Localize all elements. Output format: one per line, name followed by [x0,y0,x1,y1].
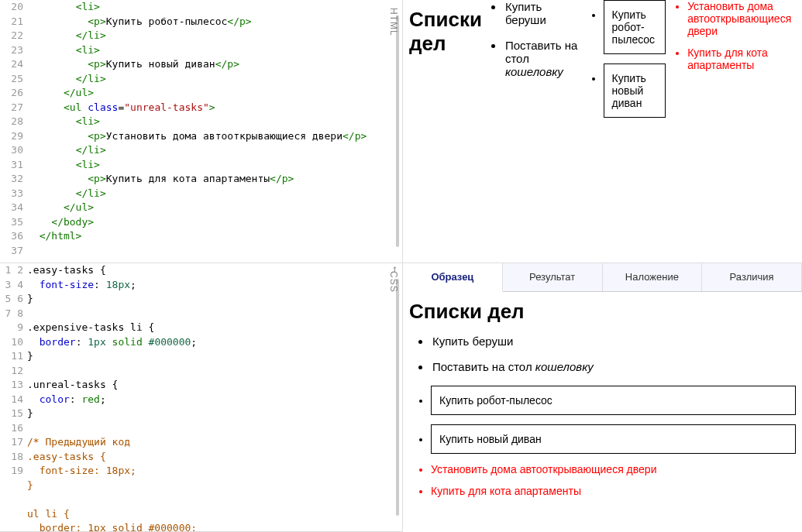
scrollbar[interactable] [396,279,399,516]
sample-preview: Списки дел Купить берушиПоставить на сто… [403,292,802,513]
css-code[interactable]: .easy-tasks { font-size: 18px; } .expens… [27,263,402,531]
list-item: Установить дома автооткрывающиеся двери [687,0,796,37]
tab-наложение[interactable]: Наложение [603,263,703,291]
list-item: Купить робот-пылесос [431,386,796,415]
css-code-area[interactable]: 1 2 3 4 5 6 7 8 9 10 11 12 13 14 15 16 1… [0,263,402,531]
tab-результат[interactable]: Результат [503,263,603,291]
tab-образец[interactable]: Образец [403,263,503,292]
css-gutter: 1 2 3 4 5 6 7 8 9 10 11 12 13 14 15 16 1… [0,263,27,531]
easy-tasks-list: Купить берушиПоставить на стол кошеловку [482,0,582,256]
list-item: Купить для кота апартаменты [687,46,796,71]
html-code-area[interactable]: 20 21 22 23 24 25 26 27 28 29 30 31 32 3… [0,0,402,263]
list-item: Поставить на стол кошеловку [504,39,582,78]
list-item: Купить новый диван [604,63,666,118]
css-label[interactable]: CSS [385,263,402,300]
sample-pane: ОбразецРезультатНаложениеРазличия Списки… [403,263,802,532]
list-item: Купить робот-пылесос [604,0,666,54]
unreal-tasks-list: Установить дома автооткрывающиеся двериК… [666,0,796,256]
preview-heading: Списки дел [409,8,482,245]
list-item: Купить беруши [504,0,582,26]
list-item: Поставить на стол кошеловку [431,360,796,373]
list-item: Купить новый диван [431,424,796,454]
css-editor-pane: 1 2 3 4 5 6 7 8 9 10 11 12 13 14 15 16 1… [0,263,403,532]
unreal-tasks-list: Установить дома автооткрывающиеся двериК… [409,463,796,497]
easy-tasks-list: Купить берушиПоставить на стол кошеловку [409,335,796,373]
html-code[interactable]: <li> <p>Купить робот-пылесос</p> </li> <… [27,0,402,263]
emphasis: кошеловку [535,360,594,373]
result-preview: Списки дел Купить берушиПоставить на сто… [403,0,802,263]
emphasis: кошеловку [505,65,563,78]
expensive-tasks-list: Купить робот-пылесосКупить новый диван [409,386,796,454]
html-label[interactable]: HTML [385,0,402,44]
tabs-bar: ОбразецРезультатНаложениеРазличия [403,263,802,292]
list-item: Установить дома автооткрывающиеся двери [431,463,796,475]
list-item: Купить беруши [431,335,796,348]
expensive-tasks-list: Купить робот-пылесосКупить новый диван [582,0,666,256]
html-editor-pane: 20 21 22 23 24 25 26 27 28 29 30 31 32 3… [0,0,403,263]
scrollbar[interactable] [396,15,399,247]
html-gutter: 20 21 22 23 24 25 26 27 28 29 30 31 32 3… [0,0,27,263]
preview-heading: Списки дел [409,300,796,324]
tab-различия[interactable]: Различия [702,263,802,291]
list-item: Купить для кота апартаменты [431,485,796,497]
